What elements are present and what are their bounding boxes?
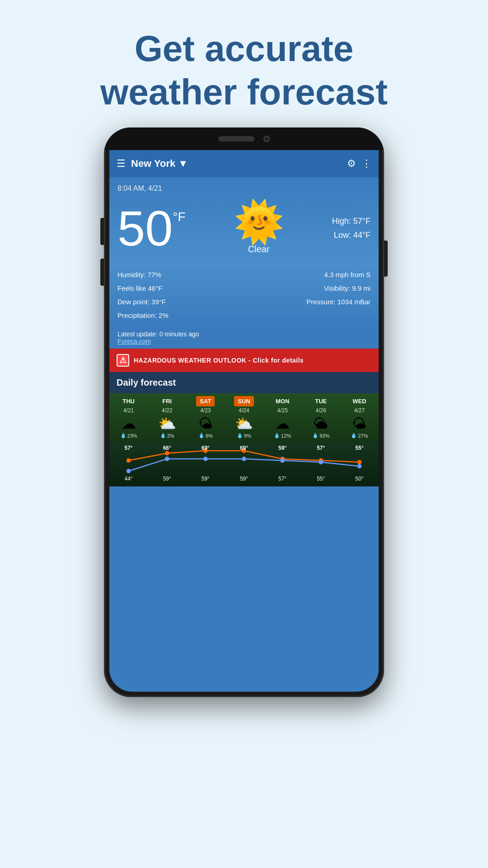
high-temp-value: 69° bbox=[225, 445, 263, 451]
forecast-date-label: 4/21 bbox=[123, 407, 134, 414]
svg-point-0 bbox=[127, 458, 131, 463]
city-dropdown-icon[interactable]: ▼ bbox=[178, 158, 188, 170]
high-temp-value: 69° bbox=[186, 445, 225, 451]
condition-text: Clear bbox=[248, 244, 270, 255]
forecast-col-sun[interactable]: SUN4/24⛅💧9% bbox=[225, 393, 263, 441]
forecast-weather-icon: ⛅ bbox=[158, 416, 176, 431]
app-bar-title: New York ▼ bbox=[131, 158, 342, 170]
temperature-graph: 57°66°69°69°59°57°55° 44°59°59°59°57°55°… bbox=[109, 441, 379, 486]
forecast-weather-icon: 🌤 bbox=[198, 416, 213, 431]
source-link[interactable]: Foreca.com bbox=[117, 338, 371, 345]
svg-point-10 bbox=[242, 457, 246, 461]
forecast-weather-icon: 🌥 bbox=[314, 416, 328, 431]
forecast-weather-icon: 🌤 bbox=[352, 416, 366, 431]
current-weather: 50 °F 🌞 Clear High: 57°F Low: bbox=[117, 202, 371, 255]
volume-up-button bbox=[100, 218, 104, 245]
high-temp-value: 57° bbox=[109, 445, 148, 451]
alert-banner[interactable]: ⚠ HAZARDOUS WEATHER OUTLOOK - Click for … bbox=[109, 349, 379, 372]
high-temp-labels: 57°66°69°69°59°57°55° bbox=[109, 445, 379, 451]
low-value: 44°F bbox=[353, 231, 371, 240]
feels-like: Feels like 46°F bbox=[117, 282, 242, 295]
forecast-day-label: TUE bbox=[315, 396, 327, 406]
weather-details: Humidity: 77% Feels like 46°F Dew point:… bbox=[109, 264, 379, 327]
weather-icon-container: 🌞 Clear bbox=[186, 202, 332, 255]
wind-speed: 4.3 mph from S bbox=[246, 268, 371, 282]
forecast-col-wed[interactable]: WED4/27🌤💧27% bbox=[340, 393, 379, 441]
forecast-day-label: WED bbox=[352, 396, 366, 406]
visibility: Visibility: 9.9 mi bbox=[246, 282, 371, 295]
phone-speaker bbox=[218, 136, 254, 142]
forecast-day-label: THU bbox=[122, 396, 135, 406]
forecast-day-label: MON bbox=[276, 396, 289, 406]
low-temp-value: 44° bbox=[109, 476, 148, 482]
temperature-display: 50 °F bbox=[117, 203, 186, 253]
forecast-precip: 💧12% bbox=[274, 433, 291, 439]
header-accent: accurate bbox=[205, 28, 353, 69]
svg-point-9 bbox=[203, 457, 208, 461]
svg-point-13 bbox=[357, 464, 362, 468]
dew-point: Dew point: 39°F bbox=[117, 295, 242, 309]
phone-camera bbox=[263, 136, 270, 142]
page-header: Get accurate weather forecast bbox=[100, 0, 388, 127]
forecast-weather-icon: ☁ bbox=[122, 416, 136, 431]
sun-icon: 🌞 bbox=[234, 202, 284, 242]
low-temp-value: 59° bbox=[186, 476, 225, 482]
svg-point-8 bbox=[165, 457, 169, 461]
high-value: 57°F bbox=[353, 217, 371, 226]
forecast-date-label: 4/26 bbox=[316, 407, 326, 414]
svg-point-7 bbox=[127, 469, 131, 473]
forecast-col-tue[interactable]: TUE4/26🌥💧93% bbox=[302, 393, 340, 441]
daily-forecast-header: Daily forecast bbox=[109, 372, 379, 393]
precipitation: Precipitation: 2% bbox=[117, 309, 242, 322]
more-options-icon[interactable]: ⋮ bbox=[361, 158, 371, 170]
daily-forecast: Daily forecast THU4/21☁💧23%FRI4/22⛅💧2%SA… bbox=[109, 372, 379, 486]
phone-mockup: ☰ New York ▼ ⚙ ⋮ 8:04 AM, 4/21 50 °F � bbox=[104, 127, 384, 797]
forecast-precip: 💧2% bbox=[160, 433, 174, 439]
low-label: Low: bbox=[334, 231, 351, 240]
low-temp-labels: 44°59°59°59°57°55°50° bbox=[109, 476, 379, 482]
forecast-precip: 💧27% bbox=[351, 433, 368, 439]
forecast-day-label: SUN bbox=[234, 396, 253, 406]
forecast-precip: 💧6% bbox=[198, 433, 213, 439]
svg-point-6 bbox=[357, 460, 362, 464]
forecast-weather-icon: ☁ bbox=[275, 416, 290, 431]
settings-icon[interactable]: ⚙ bbox=[347, 158, 356, 170]
forecast-precip: 💧9% bbox=[237, 433, 251, 439]
svg-point-1 bbox=[165, 451, 169, 455]
menu-icon[interactable]: ☰ bbox=[117, 158, 126, 170]
details-right: 4.3 mph from S Visibility: 9.9 mi Pressu… bbox=[246, 268, 371, 322]
forecast-date-label: 4/23 bbox=[200, 407, 211, 414]
high-temp-value: 59° bbox=[263, 445, 302, 451]
details-left: Humidity: 77% Feels like 46°F Dew point:… bbox=[117, 268, 242, 322]
low-temp-value: 59° bbox=[148, 476, 186, 482]
header-line1: Get bbox=[135, 28, 205, 69]
forecast-date-label: 4/25 bbox=[277, 407, 287, 414]
high-temp-value: 55° bbox=[340, 445, 379, 451]
pressure: Pressure: 1034 mBar bbox=[246, 295, 371, 309]
forecast-col-sat[interactable]: SAT4/23🌤💧6% bbox=[186, 393, 225, 441]
forecast-day-label: SAT bbox=[196, 396, 215, 406]
temperature-unit: °F bbox=[173, 210, 185, 224]
forecast-day-label: FRI bbox=[162, 396, 172, 406]
high-label: High: bbox=[332, 217, 351, 226]
low-temp-value: 59° bbox=[225, 476, 263, 482]
app-bar: ☰ New York ▼ ⚙ ⋮ bbox=[109, 150, 379, 177]
phone-screen: ☰ New York ▼ ⚙ ⋮ 8:04 AM, 4/21 50 °F � bbox=[109, 150, 379, 692]
low-temp-value: 55° bbox=[302, 476, 340, 482]
power-button bbox=[384, 241, 388, 277]
forecast-precip: 💧93% bbox=[312, 433, 329, 439]
phone-top-bar bbox=[104, 127, 384, 150]
low-temp-value: 57° bbox=[263, 476, 302, 482]
phone-body: ☰ New York ▼ ⚙ ⋮ 8:04 AM, 4/21 50 °F � bbox=[104, 127, 384, 697]
high-low-display: High: 57°F Low: 44°F bbox=[332, 214, 371, 242]
weather-main: 8:04 AM, 4/21 50 °F 🌞 Clear High: 57°F bbox=[109, 177, 379, 264]
forecast-precip: 💧23% bbox=[120, 433, 137, 439]
forecast-col-thu[interactable]: THU4/21☁💧23% bbox=[109, 393, 148, 441]
update-info: Latest update: 0 minutes ago Foreca.com bbox=[109, 327, 379, 349]
forecast-col-fri[interactable]: FRI4/22⛅💧2% bbox=[148, 393, 186, 441]
forecast-col-mon[interactable]: MON4/25☁💧12% bbox=[263, 393, 302, 441]
high-temp-value: 57° bbox=[302, 445, 340, 451]
humidity: Humidity: 77% bbox=[117, 268, 242, 282]
forecast-date-label: 4/22 bbox=[162, 407, 172, 414]
warning-icon: ⚠ bbox=[117, 354, 129, 367]
